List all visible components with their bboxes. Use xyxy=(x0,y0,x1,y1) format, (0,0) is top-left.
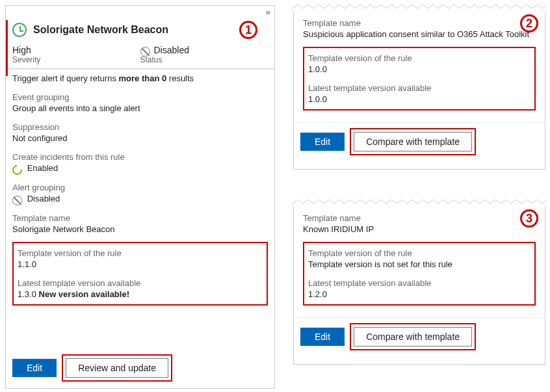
suppression-value: Not configured xyxy=(12,133,268,143)
severity-label: Severity xyxy=(12,55,140,64)
version-highlight-box: Template version of the rule Template ve… xyxy=(303,242,536,306)
latest-template-version-label: Latest template version available xyxy=(308,83,530,93)
template-name-value: Solorigate Network Beacon xyxy=(12,224,268,234)
panel-footer: Edit Compare with template xyxy=(294,317,545,357)
rule-template-version-value: Template version is not set for this rul… xyxy=(308,259,530,269)
create-incidents-value: Enabled xyxy=(12,163,268,174)
alert-grouping-text: Disabled xyxy=(27,194,60,203)
create-incidents-label: Create incidents from this rule xyxy=(12,152,268,162)
latest-template-version-value: 1.0.0 xyxy=(308,94,530,104)
event-grouping-label: Event grouping xyxy=(12,92,268,102)
rule-title: Solorigate Network Beacon xyxy=(33,24,168,36)
panel-footer: Edit Compare with template xyxy=(294,122,545,162)
suppression-label: Suppression xyxy=(12,122,268,132)
template-name-value: Known IRIDIUM IP xyxy=(303,224,536,234)
torn-edge-icon xyxy=(293,5,546,12)
latest-template-version-label: Latest template version available xyxy=(308,278,530,288)
template-details-scroll[interactable]: Template name Known IRIDIUM IP Template … xyxy=(294,207,545,316)
latest-version-number: 1.3.0 xyxy=(18,289,39,299)
edit-button[interactable]: Edit xyxy=(12,359,57,377)
scheduled-rule-icon xyxy=(12,23,27,37)
annotation-circle-3: 3 xyxy=(520,209,538,228)
disabled-icon xyxy=(140,47,150,57)
version-highlight-box: Template version of the rule 1.0.0 Lates… xyxy=(303,47,536,111)
rule-template-version-label: Template version of the rule xyxy=(308,248,530,258)
collapse-icon[interactable]: » xyxy=(266,7,270,17)
rule-template-version-value: 1.0.0 xyxy=(308,64,530,74)
status-label: Status xyxy=(140,55,268,64)
template-name-label: Template name xyxy=(303,18,536,28)
new-version-available-text: New version available! xyxy=(39,289,129,299)
rule-template-version-label: Template version of the rule xyxy=(308,53,530,63)
rule-details-scroll[interactable]: Trigger alert if query returns more than… xyxy=(6,70,274,349)
alert-grouping-label: Alert grouping xyxy=(12,183,268,192)
review-and-update-button[interactable]: Review and update xyxy=(66,358,168,378)
disabled-icon xyxy=(12,196,22,205)
compare-with-template-button[interactable]: Compare with template xyxy=(354,327,472,346)
trigger-suffix: results xyxy=(166,73,194,83)
event-grouping-value: Group all events into a single alert xyxy=(12,103,268,113)
trigger-bold: more than 0 xyxy=(119,73,167,83)
compare-with-template-button[interactable]: Compare with template xyxy=(354,132,472,151)
rule-details-panel: » Solorigate Network Beacon High Severit… xyxy=(5,5,275,389)
torn-edge-icon xyxy=(293,200,546,207)
trigger-text: Trigger alert if query returns more than… xyxy=(12,73,268,83)
compare-button-highlight: Compare with template xyxy=(350,323,476,350)
severity-accent-bar xyxy=(6,20,8,76)
severity-value: High xyxy=(12,45,140,55)
create-incidents-text: Enabled xyxy=(27,163,59,173)
review-button-highlight: Review and update xyxy=(62,354,172,382)
status-value: Disabled xyxy=(154,45,189,55)
template-name-value: Suspicious application consent similar t… xyxy=(303,29,536,39)
template-details-scroll[interactable]: Template name Suspicious application con… xyxy=(294,12,545,121)
annotation-circle-2: 2 xyxy=(520,14,538,33)
version-highlight-box: Template version of the rule 1.1.0 Lates… xyxy=(12,242,268,306)
annotation-circle-1: 1 xyxy=(239,21,257,39)
template-name-label: Template name xyxy=(12,213,268,223)
template-name-label: Template name xyxy=(303,213,536,223)
latest-template-version-value: 1.2.0 xyxy=(308,289,530,299)
rule-template-version-value: 1.1.0 xyxy=(18,259,263,269)
latest-template-version-label: Latest template version available xyxy=(18,278,263,288)
template-compare-panel-a: Template name Suspicious application con… xyxy=(293,5,546,170)
template-compare-panel-b: Template name Known IRIDIUM IP Template … xyxy=(293,200,546,365)
rule-template-version-label: Template version of the rule xyxy=(18,248,263,258)
edit-button[interactable]: Edit xyxy=(300,328,345,346)
alert-grouping-value: Disabled xyxy=(12,194,268,204)
enabled-icon xyxy=(10,163,24,177)
edit-button[interactable]: Edit xyxy=(300,133,345,151)
trigger-prefix: Trigger alert if query returns xyxy=(12,73,119,83)
panel-footer: Edit Review and update xyxy=(6,349,274,388)
latest-template-version-value: 1.3.0 New version available! xyxy=(18,289,263,299)
compare-button-highlight: Compare with template xyxy=(350,128,476,155)
